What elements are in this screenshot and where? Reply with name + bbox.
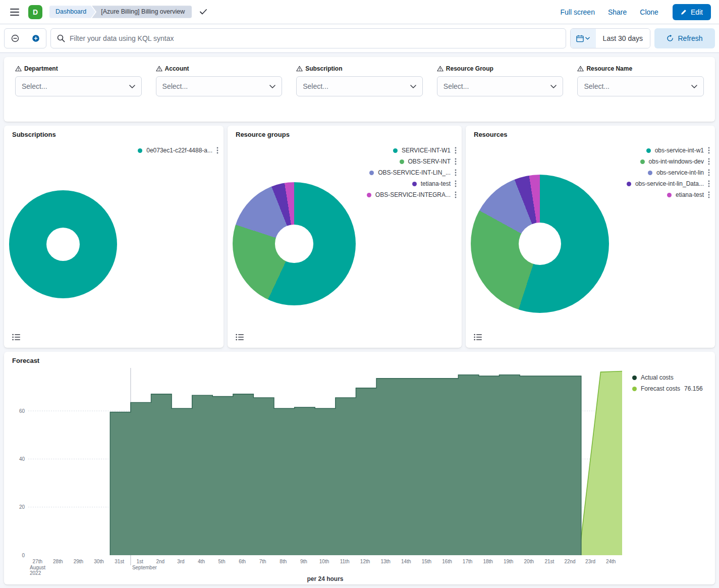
refresh-icon [667,35,674,42]
legend-label[interactable]: obs-service-int-w1 [655,147,704,154]
donut-chart[interactable] [9,190,117,298]
resource-name-select[interactable]: Select... [577,76,704,96]
legend-menu-icon[interactable] [708,180,710,188]
department-select[interactable]: Select... [15,76,142,96]
legend-swatch [138,148,142,153]
x-tick-label: 23rd [585,559,595,564]
saved-check-icon[interactable] [200,9,207,15]
legend-item[interactable]: obs-service-int-lin [648,167,710,178]
legend-item[interactable]: OBS-SERV-INT [400,156,457,167]
donut-chart[interactable] [471,175,609,313]
legend-label[interactable]: tetiana-test [421,180,451,187]
legend-item[interactable]: OBS-SERVICE-INT-LIN_... [369,167,457,178]
legend-label[interactable]: OBS-SERVICE-INT-LIN_... [378,169,451,176]
legend-item[interactable]: Actual costs [632,372,674,383]
chart-legend: Actual costsForecast costs76.156 [632,372,709,394]
resource-group-select[interactable]: Select... [437,76,564,96]
filter-control-account: Account Select... [156,65,283,96]
clone-link[interactable]: Clone [640,8,658,16]
legend-item[interactable]: 0e073ec1-c22f-4488-a... [138,145,218,156]
add-control-button[interactable] [25,29,46,48]
legend-menu-icon[interactable] [216,146,218,154]
filter-label-text: Department [24,65,58,72]
date-picker-calendar-button[interactable] [571,29,596,48]
legend-menu-icon[interactable] [455,157,457,166]
legend-menu-icon[interactable] [455,180,457,188]
legend-item[interactable]: SERVICE-INT-W1 [393,145,457,156]
panel-title: Resource groups [236,131,290,138]
filter-control-department: Department Select... [15,65,142,96]
space-avatar[interactable]: D [28,5,42,19]
filter-control-subscription: Subscription Select... [296,65,423,96]
legend-swatch [393,148,398,153]
list-icon [12,334,20,341]
legend-toggle-button[interactable] [472,332,484,343]
legend-label[interactable]: SERVICE-INT-W1 [402,147,451,154]
x-tick-label: 5th [218,559,226,564]
refresh-button[interactable]: Refresh [654,28,715,48]
panel-title: Subscriptions [12,131,56,138]
legend-menu-icon[interactable] [455,146,457,154]
legend-label[interactable]: obs-int-windows-dev [649,158,704,165]
legend-label[interactable]: 0e073ec1-c22f-4488-a... [146,147,212,154]
x-tick-label: 8th [280,559,287,564]
full-screen-link[interactable]: Full screen [560,8,594,16]
legend-swatch [667,193,672,197]
date-range-button[interactable]: Last 30 days [596,29,650,48]
legend-swatch [400,159,404,164]
share-link[interactable]: Share [608,8,627,16]
legend-label[interactable]: OBS-SERVICE-INTEGRA... [375,191,451,198]
filter-label-text: Account [165,65,189,72]
x-tick-label: 3rd [177,559,184,564]
legend-label[interactable]: etiana-test [676,191,704,198]
legend-menu-icon[interactable] [708,157,710,166]
edit-button-label: Edit [691,8,703,16]
x-tick-label: 1st [137,559,144,564]
legend-menu-icon[interactable] [455,191,457,199]
list-icon [236,334,244,341]
forecast-area-chart[interactable]: 020406027th28th29th30th31st1st2nd3rd4th5… [8,365,634,582]
legend-item[interactable]: obs-service-int-lin_Data... [627,178,710,189]
chevron-down-icon [410,85,416,88]
legend-item[interactable]: etiana-test [667,189,710,200]
legend-menu-icon[interactable] [708,191,710,199]
filter-controls-panel: Department Select... Account Select... [4,57,715,122]
resources-panel: Resources obs-service-int-w1obs-int-wind… [466,126,715,348]
menu-button[interactable] [8,7,21,18]
legend-toggle-button[interactable] [10,332,22,343]
breadcrumb-current[interactable]: [Azure Billing] Billing overview [92,6,192,18]
account-select[interactable]: Select... [156,76,283,96]
legend-menu-icon[interactable] [708,146,710,154]
x-tick-label: 9th [300,559,307,564]
donut-chart[interactable] [233,182,356,305]
edit-button[interactable]: Edit [673,4,711,20]
legend-item[interactable]: OBS-SERVICE-INTEGRA... [367,189,457,200]
kql-search-input[interactable] [70,34,560,42]
legend-label[interactable]: obs-service-int-lin_Data... [635,180,704,187]
legend-label[interactable]: Forecast costs [641,385,680,392]
subscription-select[interactable]: Select... [296,76,423,96]
select-placeholder: Select... [584,82,610,90]
legend-label[interactable]: obs-service-int-lin [656,169,704,176]
legend-menu-icon[interactable] [708,169,710,177]
legend-item[interactable]: tetiana-test [412,178,457,189]
x-tick-label: 7th [259,559,266,564]
legend-item[interactable]: obs-int-windows-dev [640,156,710,167]
x-tick-label: 14th [401,559,411,564]
x-tick-label: 13th [380,559,390,564]
control-settings-button[interactable] [5,29,25,48]
legend-item[interactable]: Forecast costs76.156 [632,383,703,394]
x-tick-label: 21st [544,559,554,564]
breadcrumb-dashboard[interactable]: Dashboard [49,6,95,18]
breadcrumb: Dashboard [Azure Billing] Billing overvi… [49,6,192,18]
panel-title: Forecast [12,357,39,364]
filter-control-resource-name: Resource Name Select... [577,65,704,96]
warning-icon [296,66,303,72]
legend-label[interactable]: Actual costs [641,374,674,381]
filter-label: Resource Name [577,65,704,72]
donut-hole [46,228,80,261]
legend-menu-icon[interactable] [455,169,457,177]
legend-label[interactable]: OBS-SERV-INT [408,158,451,165]
legend-item[interactable]: obs-service-int-w1 [646,145,710,156]
legend-toggle-button[interactable] [234,332,246,343]
